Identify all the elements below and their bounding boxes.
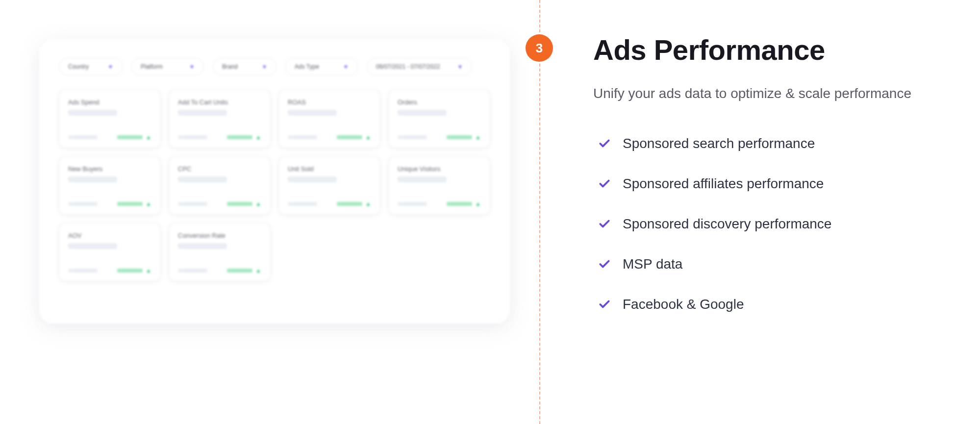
filter-platform[interactable]: Platform ▼ bbox=[131, 58, 204, 75]
metric-title: New Buyers bbox=[68, 165, 151, 173]
filter-label: 06/07/2021 - 07/07/2022 bbox=[376, 63, 440, 70]
placeholder-bar bbox=[68, 269, 98, 273]
filter-country[interactable]: Country ▼ bbox=[59, 58, 123, 75]
dashboard-mock-container: Country ▼ Platform ▼ Brand ▼ Ads Type ▼ … bbox=[39, 39, 510, 324]
trend-bar bbox=[447, 135, 472, 139]
metric-card-unit-sold: Unit Sold ▲ bbox=[278, 156, 380, 215]
chevron-down-icon: ▼ bbox=[262, 64, 267, 70]
metric-card-orders: Orders ▲ bbox=[388, 89, 490, 148]
chevron-down-icon: ▼ bbox=[457, 64, 463, 70]
filter-brand[interactable]: Brand ▼ bbox=[213, 58, 276, 75]
check-icon bbox=[598, 298, 611, 311]
feature-text: Sponsored discovery performance bbox=[623, 216, 831, 232]
trend-up-icon: ▲ bbox=[146, 134, 151, 141]
trend-up-icon: ▲ bbox=[255, 200, 261, 207]
trend-bar bbox=[117, 135, 143, 139]
feature-text: Sponsored affiliates performance bbox=[623, 176, 824, 192]
placeholder-bar bbox=[398, 202, 427, 206]
placeholder-bar bbox=[68, 243, 117, 249]
metric-card-unique-visitors: Unique Visitors ▲ bbox=[388, 156, 490, 215]
vertical-divider bbox=[539, 0, 540, 424]
metrics-grid: Ads Spend ▲ Add To Cart Units bbox=[59, 89, 490, 281]
step-number-badge: 3 bbox=[526, 34, 553, 62]
filter-label: Platform bbox=[141, 63, 163, 70]
feature-list: Sponsored search performance Sponsored a… bbox=[593, 136, 941, 312]
trend-up-icon: ▲ bbox=[146, 267, 151, 274]
trend-bar bbox=[227, 135, 252, 139]
metric-title: Unit Sold bbox=[288, 165, 371, 173]
placeholder-bar bbox=[178, 176, 227, 182]
check-icon bbox=[598, 258, 611, 271]
feature-text: Sponsored search performance bbox=[623, 136, 815, 151]
placeholder-bar bbox=[178, 269, 207, 273]
content-panel: Ads Performance Unify your ads data to o… bbox=[520, 0, 980, 424]
filters-row: Country ▼ Platform ▼ Brand ▼ Ads Type ▼ … bbox=[59, 58, 490, 75]
metric-card-aov: AOV ▲ bbox=[59, 223, 161, 281]
metric-title: CPC bbox=[178, 165, 261, 173]
metric-title: Ads Spend bbox=[68, 99, 151, 106]
feature-item: Facebook & Google bbox=[598, 297, 941, 312]
trend-up-icon: ▲ bbox=[475, 134, 481, 141]
metric-title: Add To Cart Units bbox=[178, 99, 261, 106]
placeholder-bar bbox=[398, 176, 447, 182]
trend-up-icon: ▲ bbox=[365, 134, 371, 141]
placeholder-bar bbox=[178, 243, 227, 249]
trend-up-icon: ▲ bbox=[365, 200, 371, 207]
chevron-down-icon: ▼ bbox=[189, 64, 195, 70]
feature-item: Sponsored affiliates performance bbox=[598, 176, 941, 192]
trend-up-icon: ▲ bbox=[255, 267, 261, 274]
placeholder-bar bbox=[288, 110, 337, 116]
trend-up-icon: ▲ bbox=[475, 200, 481, 207]
filter-label: Country bbox=[68, 63, 89, 70]
page-title: Ads Performance bbox=[593, 33, 941, 66]
placeholder-bar bbox=[178, 135, 207, 139]
metric-card-ads-spend: Ads Spend ▲ bbox=[59, 89, 161, 148]
placeholder-bar bbox=[288, 135, 317, 139]
check-icon bbox=[598, 177, 611, 190]
metric-title: Unique Visitors bbox=[398, 165, 481, 173]
metric-title: Orders bbox=[398, 99, 481, 106]
placeholder-bar bbox=[288, 202, 317, 206]
check-icon bbox=[598, 218, 611, 230]
feature-item: Sponsored discovery performance bbox=[598, 216, 941, 232]
feature-text: MSP data bbox=[623, 256, 682, 272]
feature-text: Facebook & Google bbox=[623, 297, 744, 312]
trend-bar bbox=[337, 202, 362, 206]
step-number: 3 bbox=[536, 41, 543, 56]
filter-date-range[interactable]: 06/07/2021 - 07/07/2022 ▼ bbox=[367, 58, 472, 75]
chevron-down-icon: ▼ bbox=[343, 64, 349, 70]
trend-bar bbox=[227, 269, 252, 273]
filter-ads-type[interactable]: Ads Type ▼ bbox=[285, 58, 358, 75]
placeholder-bar bbox=[398, 110, 447, 116]
feature-item: MSP data bbox=[598, 256, 941, 272]
metric-card-roas: ROAS ▲ bbox=[278, 89, 380, 148]
placeholder-bar bbox=[68, 135, 98, 139]
placeholder-bar bbox=[178, 110, 227, 116]
trend-up-icon: ▲ bbox=[146, 200, 151, 207]
trend-up-icon: ▲ bbox=[255, 134, 261, 141]
metric-card-cpc: CPC ▲ bbox=[169, 156, 271, 215]
trend-bar bbox=[117, 269, 143, 273]
trend-bar bbox=[117, 202, 143, 206]
metric-title: ROAS bbox=[288, 99, 371, 106]
filter-label: Brand bbox=[222, 63, 238, 70]
page-subtitle: Unify your ads data to optimize & scale … bbox=[593, 86, 941, 101]
chevron-down-icon: ▼ bbox=[108, 64, 113, 70]
metric-card-new-buyers: New Buyers ▲ bbox=[59, 156, 161, 215]
placeholder-bar bbox=[398, 135, 427, 139]
trend-bar bbox=[337, 135, 362, 139]
filter-label: Ads Type bbox=[295, 63, 319, 70]
trend-bar bbox=[447, 202, 472, 206]
metric-title: Conversion Rate bbox=[178, 232, 261, 239]
metric-title: AOV bbox=[68, 232, 151, 239]
placeholder-bar bbox=[288, 176, 337, 182]
dashboard-preview: Country ▼ Platform ▼ Brand ▼ Ads Type ▼ … bbox=[0, 0, 520, 424]
trend-bar bbox=[227, 202, 252, 206]
metric-card-conversion-rate: Conversion Rate ▲ bbox=[169, 223, 271, 281]
placeholder-bar bbox=[178, 202, 207, 206]
placeholder-bar bbox=[68, 110, 117, 116]
check-icon bbox=[598, 137, 611, 150]
feature-item: Sponsored search performance bbox=[598, 136, 941, 151]
metric-card-add-to-cart: Add To Cart Units ▲ bbox=[169, 89, 271, 148]
placeholder-bar bbox=[68, 176, 117, 182]
